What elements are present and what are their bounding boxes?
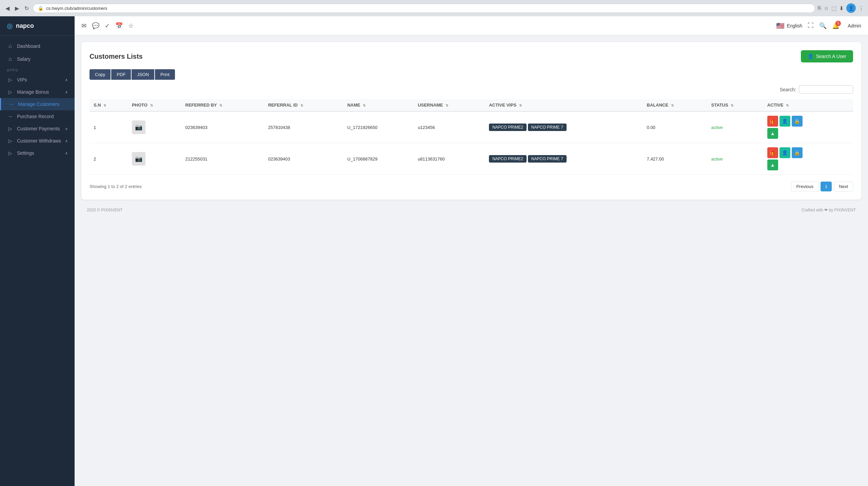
- security-icon: 🔒: [38, 6, 43, 11]
- sidebar-item-manage-bonus[interactable]: ▷ Manage Bonus ∧: [0, 86, 75, 98]
- table-row: 1 📷 023639403 257810438 U_1721926650 u12…: [90, 111, 853, 143]
- sidebar-brand: ◎ napco: [0, 16, 75, 36]
- sidebar-item-settings[interactable]: ▷ Settings ∧: [0, 147, 75, 159]
- sidebar-item-customer-withdraws[interactable]: ▷ Customer Withdraws ∧: [0, 135, 75, 147]
- cell-actions: 🎁 👤 🔒 ▲: [763, 111, 853, 143]
- translate-icon[interactable]: ⎘: [818, 5, 821, 11]
- sort-icon[interactable]: ⇅: [150, 104, 153, 107]
- table-search: Search:: [90, 85, 853, 94]
- col-active-vips: ACTIVE VIPS ⇅: [485, 99, 643, 111]
- cell-referral-id: 023639403: [264, 143, 343, 175]
- sort-icon[interactable]: ⇅: [219, 104, 222, 107]
- sort-icon[interactable]: ⇅: [300, 104, 303, 107]
- sidebar-item-label: Dashboard: [17, 43, 40, 49]
- sidebar-item-manage-customers[interactable]: → Manage Customers: [0, 98, 75, 110]
- customers-table: S.N ⇅ PHOTO ⇅ REFERRED BY ⇅: [90, 99, 853, 175]
- chevron-up-icon: ∧: [65, 127, 68, 131]
- withdraws-arrow-icon: ▷: [7, 138, 14, 144]
- page-title: Customers Lists: [90, 53, 143, 60]
- sort-icon[interactable]: ⇅: [671, 104, 674, 107]
- copy-button[interactable]: Copy: [90, 69, 111, 80]
- back-button[interactable]: ◀: [4, 4, 11, 13]
- vip-badge: NAPCO PRIME 7: [528, 155, 567, 163]
- sidebar-item-dashboard[interactable]: ⌂ Dashboard: [0, 40, 75, 53]
- sidebar: ◎ napco ⌂ Dashboard ⌂ Salary APPS ▷ VIPs…: [0, 16, 75, 486]
- url-text: cs.hwym.club/admin/customers: [46, 6, 107, 11]
- sidebar-item-vips[interactable]: ▷ VIPs ∧: [0, 74, 75, 86]
- cell-name: U_1706887829: [343, 143, 414, 175]
- purchase-arrow-icon: →: [7, 114, 14, 119]
- sort-icon[interactable]: ⇅: [786, 104, 789, 107]
- vip-badge: NAPCO PRIME2: [489, 124, 527, 131]
- sidebar-item-salary[interactable]: ⌂ Salary: [0, 53, 75, 66]
- page-1-button[interactable]: 1: [821, 182, 832, 191]
- sort-icon[interactable]: ⇅: [103, 104, 106, 107]
- col-referral-id: REFERRAL ID ⇅: [264, 99, 343, 111]
- extensions-icon[interactable]: ⬚: [831, 5, 836, 12]
- cell-balance: 0.00: [643, 111, 707, 143]
- search-input[interactable]: [799, 85, 853, 94]
- chevron-up-icon: ∧: [65, 90, 68, 94]
- chevron-up-icon: ∧: [65, 78, 68, 82]
- json-button[interactable]: JSON: [132, 69, 154, 80]
- sidebar-item-label: Purchase Record: [17, 114, 54, 119]
- sidebar-item-customer-payments[interactable]: ▷ Customer Payments ∧: [0, 123, 75, 135]
- sidebar-item-label: Manage Customers: [18, 101, 59, 107]
- col-status: STATUS ⇅: [707, 99, 763, 111]
- next-button[interactable]: Next: [834, 182, 853, 191]
- sidebar-item-purchase-record[interactable]: → Purchase Record: [0, 110, 75, 123]
- url-bar[interactable]: 🔒 cs.hwym.club/admin/customers: [33, 4, 815, 13]
- search-icon[interactable]: 🔍: [819, 22, 827, 30]
- cell-status: active: [707, 143, 763, 175]
- sidebar-item-label: Manage Bonus: [17, 89, 49, 95]
- cell-vips: NAPCO PRIME2 NAPCO PRIME 7: [485, 111, 643, 143]
- gift-button[interactable]: 🎁: [767, 116, 778, 127]
- lock-button[interactable]: 🔒: [792, 116, 803, 127]
- chevron-up-icon: ∧: [65, 139, 68, 143]
- mail-icon[interactable]: ✉: [81, 22, 86, 30]
- cell-referral-id: 257810438: [264, 111, 343, 143]
- cell-referred-by: 023639403: [181, 111, 264, 143]
- vip-badge: NAPCO PRIME 7: [528, 124, 567, 131]
- search-user-button[interactable]: 👤 Search A User: [801, 50, 853, 62]
- language-selector[interactable]: 🇺🇸 English: [776, 22, 802, 30]
- previous-button[interactable]: Previous: [791, 182, 818, 191]
- star-icon[interactable]: ☆: [128, 22, 134, 30]
- sort-icon[interactable]: ⇅: [446, 104, 448, 107]
- user-button[interactable]: 👤: [780, 116, 790, 127]
- content-card: Customers Lists 👤 Search A User Copy PDF…: [81, 42, 861, 200]
- sidebar-item-label: Salary: [17, 56, 31, 62]
- settings-arrow-icon: ▷: [7, 150, 14, 156]
- sort-icon[interactable]: ⇅: [363, 104, 366, 107]
- browser-chrome: ◀ ▶ ↻ 🔒 cs.hwym.club/admin/customers ⎘ ☆…: [0, 0, 868, 16]
- sort-icon[interactable]: ⇅: [519, 104, 522, 107]
- bookmark-icon[interactable]: ☆: [824, 5, 829, 12]
- col-photo: PHOTO ⇅: [128, 99, 181, 111]
- admin-label: Admin: [848, 23, 861, 29]
- notification-bell[interactable]: 🔔 5: [832, 22, 840, 30]
- check-icon[interactable]: ✓: [105, 22, 110, 30]
- triangle-button[interactable]: ▲: [767, 160, 778, 170]
- profile-icon[interactable]: 👤: [846, 3, 856, 13]
- sort-icon[interactable]: ⇅: [731, 104, 733, 107]
- payments-arrow-icon: ▷: [7, 126, 14, 131]
- fullscreen-icon[interactable]: ⛶: [808, 22, 814, 29]
- brand-name: napco: [16, 22, 34, 30]
- sidebar-item-label: Customer Withdraws: [17, 138, 61, 144]
- pdf-button[interactable]: PDF: [111, 69, 131, 80]
- chat-icon[interactable]: 💬: [92, 22, 99, 30]
- flag-icon: 🇺🇸: [776, 22, 785, 30]
- gift-button[interactable]: 🎁: [767, 147, 778, 158]
- refresh-button[interactable]: ↻: [23, 4, 30, 13]
- print-button[interactable]: Print: [155, 69, 175, 80]
- cell-balance: 7,427.00: [643, 143, 707, 175]
- status-badge: active: [711, 125, 723, 130]
- calendar-icon[interactable]: 📅: [115, 22, 123, 30]
- menu-icon[interactable]: ⋮: [859, 5, 864, 12]
- triangle-button[interactable]: ▲: [767, 128, 778, 139]
- vips-arrow-icon: ▷: [7, 77, 14, 82]
- forward-button[interactable]: ▶: [14, 4, 20, 13]
- download-icon[interactable]: ⬇: [839, 5, 844, 12]
- lock-button[interactable]: 🔒: [792, 147, 803, 158]
- user-button[interactable]: 👤: [780, 147, 790, 158]
